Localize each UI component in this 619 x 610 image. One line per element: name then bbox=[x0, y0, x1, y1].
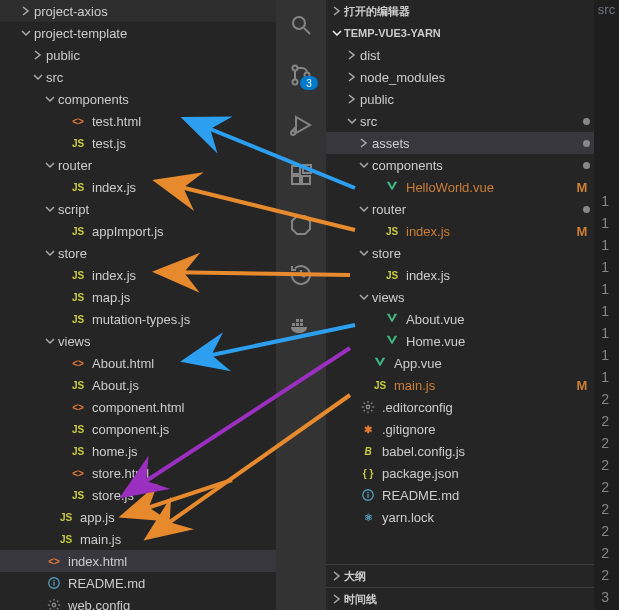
chevron-right-icon bbox=[344, 94, 360, 104]
file-row[interactable]: HelloWorld.vueM bbox=[326, 176, 594, 198]
chevron-down-icon bbox=[356, 292, 372, 302]
file-row[interactable]: JSindex.js bbox=[0, 264, 276, 286]
folder-row[interactable]: router bbox=[326, 198, 594, 220]
folder-row[interactable]: public bbox=[326, 88, 594, 110]
folder-label: router bbox=[58, 158, 276, 173]
line-number: 1 bbox=[601, 190, 609, 212]
folder-row[interactable]: router bbox=[0, 154, 276, 176]
file-row[interactable]: JSindex.jsM bbox=[326, 220, 594, 242]
line-number: 2 bbox=[601, 542, 609, 564]
html-icon: <> bbox=[70, 113, 86, 129]
outline-label: 大纲 bbox=[344, 569, 594, 584]
svg-rect-12 bbox=[292, 176, 300, 184]
folder-row[interactable]: src bbox=[326, 110, 594, 132]
file-row[interactable]: JSAbout.js bbox=[0, 374, 276, 396]
file-row[interactable]: JSindex.js bbox=[326, 264, 594, 286]
file-row[interactable]: README.md bbox=[0, 572, 276, 594]
file-row[interactable]: JSmain.jsM bbox=[326, 374, 594, 396]
js-icon: JS bbox=[58, 531, 74, 547]
folder-row[interactable]: views bbox=[326, 286, 594, 308]
modified-dot bbox=[578, 162, 594, 169]
folder-row[interactable]: node_modules bbox=[326, 66, 594, 88]
file-row[interactable]: App.vue bbox=[326, 352, 594, 374]
extensions-icon[interactable] bbox=[276, 150, 326, 200]
html-icon: <> bbox=[46, 553, 62, 569]
source-control-icon[interactable]: 3 bbox=[276, 50, 326, 100]
file-label: index.js bbox=[92, 268, 276, 283]
file-row[interactable]: JScomponent.js bbox=[0, 418, 276, 440]
line-number: 1 bbox=[601, 366, 609, 388]
folder-label: store bbox=[372, 246, 594, 261]
vue-icon bbox=[384, 179, 400, 195]
folder-row[interactable]: components bbox=[326, 154, 594, 176]
chevron-down-icon bbox=[42, 248, 58, 258]
file-row[interactable]: Home.vue bbox=[326, 330, 594, 352]
file-label: About.js bbox=[92, 378, 276, 393]
file-row[interactable]: <>component.html bbox=[0, 396, 276, 418]
file-row[interactable]: JSapp.js bbox=[0, 506, 276, 528]
outline-header[interactable]: 大纲 bbox=[326, 565, 594, 587]
modified-badge: M bbox=[574, 180, 590, 195]
file-label: component.js bbox=[92, 422, 276, 437]
file-row[interactable]: <>test.html bbox=[0, 110, 276, 132]
folder-label: src bbox=[46, 70, 276, 85]
folder-row[interactable]: script bbox=[0, 198, 276, 220]
js-icon: JS bbox=[70, 135, 86, 151]
js-icon: JS bbox=[384, 223, 400, 239]
chevron-down-icon bbox=[42, 336, 58, 346]
chevron-right-icon bbox=[344, 72, 360, 82]
file-row[interactable]: JSmutation-types.js bbox=[0, 308, 276, 330]
file-row[interactable]: JStest.js bbox=[0, 132, 276, 154]
file-row[interactable]: JSappImport.js bbox=[0, 220, 276, 242]
chevron-right-icon bbox=[344, 50, 360, 60]
file-label: store.html bbox=[92, 466, 276, 481]
file-label: babel.config.js bbox=[382, 444, 594, 459]
file-row[interactable]: About.vue bbox=[326, 308, 594, 330]
chevron-right-icon bbox=[18, 6, 34, 16]
folder-row[interactable]: project-template bbox=[0, 22, 276, 44]
folder-row[interactable]: src bbox=[0, 66, 276, 88]
file-row[interactable]: <>index.html bbox=[0, 550, 276, 572]
docker-icon[interactable] bbox=[276, 300, 326, 350]
file-row[interactable]: ✱.gitignore bbox=[326, 418, 594, 440]
timeline-header[interactable]: 时间线 bbox=[326, 588, 594, 610]
folder-row[interactable]: store bbox=[0, 242, 276, 264]
file-row[interactable]: .editorconfig bbox=[326, 396, 594, 418]
file-row[interactable]: ⚛yarn.lock bbox=[326, 506, 594, 528]
file-row[interactable]: README.md bbox=[326, 484, 594, 506]
svg-rect-23 bbox=[367, 494, 368, 498]
file-row[interactable]: JSmain.js bbox=[0, 528, 276, 550]
file-row[interactable]: JShome.js bbox=[0, 440, 276, 462]
folder-row[interactable]: assets bbox=[326, 132, 594, 154]
root-header[interactable]: TEMP-VUE3-YARN bbox=[326, 22, 594, 44]
file-row[interactable]: JSmap.js bbox=[0, 286, 276, 308]
file-label: home.js bbox=[92, 444, 276, 459]
line-number: 1 bbox=[601, 234, 609, 256]
file-row[interactable]: Bbabel.config.js bbox=[326, 440, 594, 462]
file-row[interactable]: JSindex.js bbox=[0, 176, 276, 198]
folder-row[interactable]: views bbox=[0, 330, 276, 352]
open-editors-label: 打开的编辑器 bbox=[344, 4, 594, 19]
history-icon[interactable] bbox=[276, 250, 326, 300]
octagon-icon[interactable] bbox=[276, 200, 326, 250]
folder-row[interactable]: dist bbox=[326, 44, 594, 66]
vue-icon bbox=[384, 311, 400, 327]
line-number: 1 bbox=[601, 322, 609, 344]
folder-row[interactable]: project-axios bbox=[0, 0, 276, 22]
search-icon[interactable] bbox=[276, 0, 326, 50]
svg-rect-17 bbox=[296, 323, 299, 326]
file-label: mutation-types.js bbox=[92, 312, 276, 327]
info-icon bbox=[46, 575, 62, 591]
svg-rect-1 bbox=[53, 582, 54, 586]
folder-row[interactable]: components bbox=[0, 88, 276, 110]
folder-label: public bbox=[46, 48, 276, 63]
file-row[interactable]: { }package.json bbox=[326, 462, 594, 484]
file-row[interactable]: <>store.html bbox=[0, 462, 276, 484]
folder-row[interactable]: public bbox=[0, 44, 276, 66]
file-row[interactable]: JSstore.js bbox=[0, 484, 276, 506]
file-row[interactable]: <>About.html bbox=[0, 352, 276, 374]
open-editors-header[interactable]: 打开的编辑器 bbox=[326, 0, 594, 22]
file-row[interactable]: web.config bbox=[0, 594, 276, 610]
folder-row[interactable]: store bbox=[326, 242, 594, 264]
debug-icon[interactable] bbox=[276, 100, 326, 150]
